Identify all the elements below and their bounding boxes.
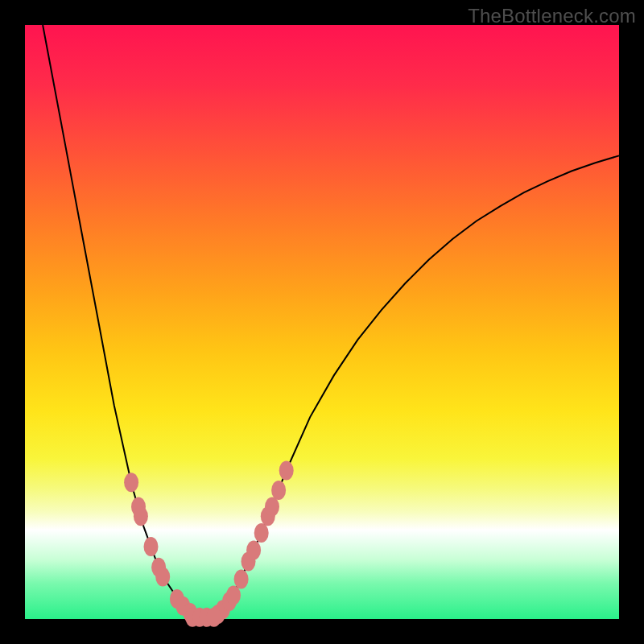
marker-dot: [271, 481, 286, 500]
marker-dot: [207, 608, 221, 627]
marker-dot: [246, 540, 261, 559]
curve-layer: [25, 25, 619, 619]
plot-area: [25, 25, 619, 619]
marker-dot: [134, 506, 148, 526]
marker-dot: [265, 497, 279, 517]
marker-dot: [234, 570, 249, 589]
watermark-text: TheBottleneck.com: [468, 5, 636, 27]
chart-frame: TheBottleneck.com: [0, 0, 644, 644]
marker-dot: [279, 461, 294, 481]
marker-dot: [226, 586, 241, 605]
marker-dot: [254, 523, 269, 543]
marker-group: [124, 461, 294, 627]
marker-dot: [144, 537, 159, 556]
bottleneck-curve: [43, 25, 619, 619]
marker-dot: [155, 568, 170, 587]
marker-dot: [124, 473, 138, 492]
